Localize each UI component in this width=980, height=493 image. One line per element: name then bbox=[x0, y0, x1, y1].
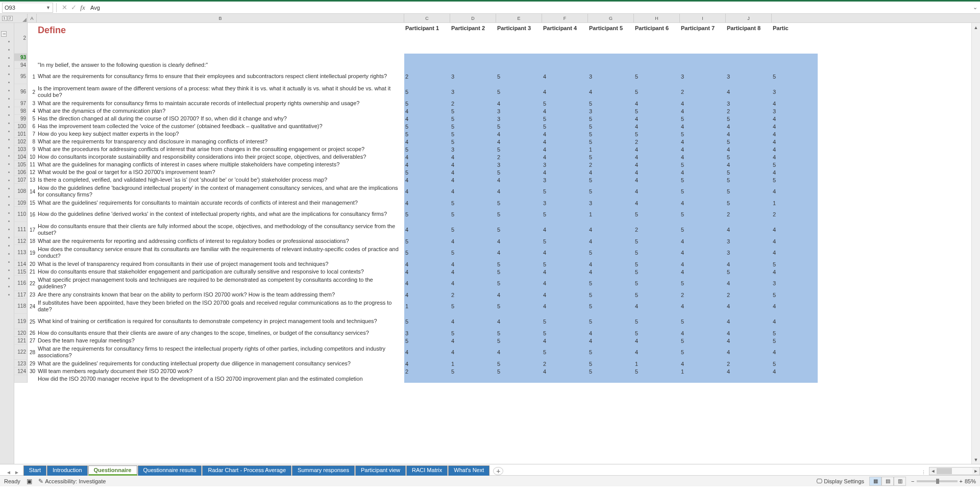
response-cell[interactable]: 4 bbox=[772, 245, 818, 260]
row-header[interactable]: 106 bbox=[14, 168, 28, 176]
response-cell[interactable]: 5 bbox=[680, 184, 726, 199]
response-cell[interactable]: 5 bbox=[634, 245, 680, 260]
response-cell[interactable]: 5 bbox=[680, 314, 726, 329]
response-cell[interactable]: 4 bbox=[726, 314, 772, 329]
response-cell[interactable]: 4 bbox=[404, 161, 450, 168]
response-cell[interactable]: 4 bbox=[634, 153, 680, 161]
response-cell[interactable]: 5 bbox=[450, 207, 496, 222]
question-text[interactable]: What are the procedures for addressing c… bbox=[37, 145, 404, 153]
row-header[interactable]: 109 bbox=[14, 199, 28, 207]
sheet-tab-introduction[interactable]: Introduction bbox=[47, 465, 87, 476]
response-cell[interactable]: 5 bbox=[496, 168, 542, 176]
question-number[interactable]: 21 bbox=[28, 268, 37, 276]
response-cell[interactable]: 5 bbox=[496, 276, 542, 291]
question-text[interactable]: Are there any constraints known that bea… bbox=[37, 291, 404, 299]
response-cell[interactable]: 4 bbox=[634, 122, 680, 130]
response-cell[interactable]: 4 bbox=[726, 276, 772, 291]
response-cell[interactable]: 5 bbox=[542, 207, 588, 222]
response-cell[interactable]: 3 bbox=[404, 329, 450, 337]
hscroll-left-icon[interactable]: ◄ bbox=[929, 469, 937, 474]
response-cell[interactable]: 5 bbox=[680, 115, 726, 122]
response-cell[interactable]: 4 bbox=[404, 153, 450, 161]
response-cell[interactable]: 3 bbox=[496, 115, 542, 122]
question-number[interactable] bbox=[28, 61, 37, 69]
question-text[interactable]: How do consultants ensure that their cli… bbox=[37, 329, 404, 337]
response-cell[interactable]: 4 bbox=[542, 245, 588, 260]
response-cell[interactable] bbox=[404, 375, 450, 383]
question-text[interactable]: How did the ISO 20700 manager receive in… bbox=[37, 375, 404, 383]
response-cell[interactable]: 4 bbox=[726, 145, 772, 153]
response-cell[interactable]: 5 bbox=[450, 222, 496, 237]
row-header[interactable]: 107 bbox=[14, 176, 28, 184]
response-cell[interactable]: 4 bbox=[404, 107, 450, 115]
cancel-icon[interactable]: ✕ bbox=[60, 4, 69, 11]
row-header[interactable]: 112 bbox=[14, 237, 28, 245]
response-cell[interactable]: 4 bbox=[680, 107, 726, 115]
hscroll-thumb[interactable] bbox=[937, 468, 952, 474]
response-cell[interactable]: 5 bbox=[726, 176, 772, 184]
horizontal-scrollbar[interactable]: ◄ ► bbox=[929, 467, 980, 475]
response-cell[interactable] bbox=[634, 61, 680, 69]
question-text[interactable]: What are the requirements for reporting … bbox=[37, 237, 404, 245]
response-cell[interactable]: 4 bbox=[542, 69, 588, 84]
response-cell[interactable]: 1 bbox=[772, 199, 818, 207]
response-cell[interactable]: 4 bbox=[772, 153, 818, 161]
response-cell[interactable]: 2 bbox=[726, 360, 772, 367]
question-number[interactable]: 20 bbox=[28, 260, 37, 268]
response-cell[interactable]: 5 bbox=[634, 268, 680, 276]
response-cell[interactable]: 2 bbox=[450, 291, 496, 299]
response-cell[interactable]: 3 bbox=[450, 145, 496, 153]
row-header[interactable]: 110 bbox=[14, 207, 28, 222]
response-cell[interactable]: 1 bbox=[680, 367, 726, 375]
response-cell[interactable]: 5 bbox=[588, 122, 634, 130]
response-cell[interactable]: 5 bbox=[404, 145, 450, 153]
question-text[interactable]: Does the team have regular meetings? bbox=[37, 337, 404, 344]
response-cell[interactable]: 5 bbox=[542, 184, 588, 199]
response-cell[interactable]: 4 bbox=[680, 138, 726, 145]
response-cell[interactable]: 4 bbox=[680, 100, 726, 107]
response-cell[interactable]: 4 bbox=[772, 130, 818, 138]
response-cell[interactable]: 2 bbox=[542, 360, 588, 367]
response-cell[interactable]: 5 bbox=[726, 199, 772, 207]
question-text[interactable]: What are the requirements for consultanc… bbox=[37, 100, 404, 107]
response-cell[interactable]: 4 bbox=[588, 268, 634, 276]
response-cell[interactable]: 4 bbox=[450, 276, 496, 291]
response-cell[interactable]: 4 bbox=[542, 299, 588, 314]
response-cell[interactable]: 5 bbox=[772, 260, 818, 268]
response-cell[interactable]: 4 bbox=[404, 291, 450, 299]
response-cell[interactable]: 4 bbox=[680, 168, 726, 176]
response-cell[interactable]: 4 bbox=[634, 100, 680, 107]
response-cell[interactable] bbox=[542, 61, 588, 69]
response-cell[interactable]: 5 bbox=[542, 314, 588, 329]
response-cell[interactable]: 4 bbox=[634, 199, 680, 207]
response-cell[interactable]: 4 bbox=[404, 222, 450, 237]
response-cell[interactable]: 3 bbox=[450, 69, 496, 84]
question-number[interactable]: 9 bbox=[28, 145, 37, 153]
row-header[interactable]: 101 bbox=[14, 130, 28, 138]
response-cell[interactable]: 5 bbox=[404, 100, 450, 107]
response-cell[interactable]: 4 bbox=[450, 314, 496, 329]
response-cell[interactable]: 3 bbox=[588, 199, 634, 207]
response-cell[interactable]: 4 bbox=[726, 122, 772, 130]
response-cell[interactable]: 4 bbox=[496, 245, 542, 260]
response-cell[interactable]: 4 bbox=[542, 130, 588, 138]
column-header-B[interactable]: B bbox=[37, 14, 404, 22]
outline-collapse-button[interactable]: − bbox=[1, 31, 7, 37]
response-cell[interactable]: 3 bbox=[680, 69, 726, 84]
question-text[interactable]: What are the dynamics of the communicati… bbox=[37, 107, 404, 115]
response-cell[interactable]: 5 bbox=[680, 222, 726, 237]
response-cell[interactable]: 5 bbox=[450, 130, 496, 138]
response-cell[interactable]: 4 bbox=[450, 337, 496, 344]
row-header[interactable]: 124 bbox=[14, 367, 28, 375]
response-cell[interactable]: 5 bbox=[404, 130, 450, 138]
response-cell[interactable]: 5 bbox=[680, 176, 726, 184]
question-number[interactable]: 12 bbox=[28, 168, 37, 176]
response-cell[interactable]: 5 bbox=[496, 222, 542, 237]
response-cell[interactable]: 4 bbox=[588, 260, 634, 268]
response-cell[interactable]: 5 bbox=[588, 153, 634, 161]
column-header-A[interactable]: A bbox=[28, 14, 37, 22]
response-cell[interactable]: 5 bbox=[634, 276, 680, 291]
question-number[interactable]: 1 bbox=[28, 69, 37, 84]
response-cell[interactable]: 4 bbox=[588, 222, 634, 237]
tab-nav-prev-icon[interactable]: ► bbox=[13, 470, 20, 475]
